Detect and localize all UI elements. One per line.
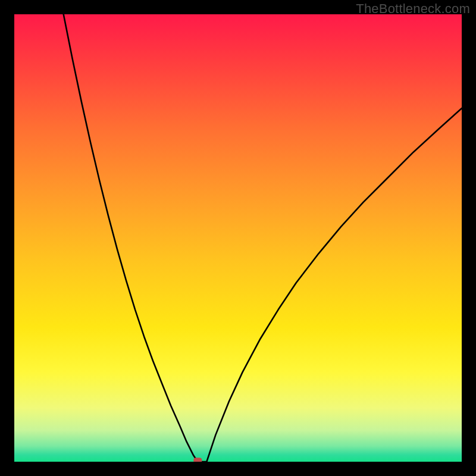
gradient-background	[14, 14, 462, 462]
plot-area	[14, 14, 462, 462]
bottleneck-marker	[193, 458, 202, 462]
watermark-text: TheBottleneck.com	[356, 1, 470, 17]
chart-frame: TheBottleneck.com	[0, 0, 476, 476]
chart-svg	[14, 14, 462, 462]
